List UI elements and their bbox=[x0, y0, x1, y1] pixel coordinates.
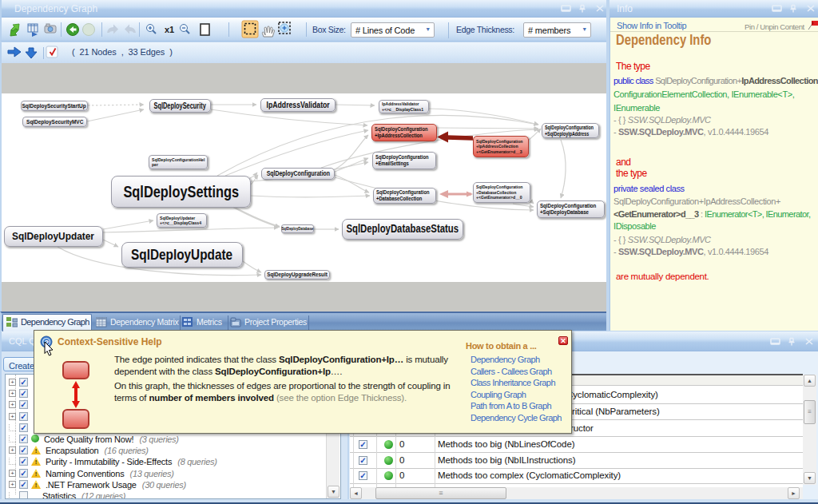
svg-text:x1: x1 bbox=[165, 25, 174, 34]
